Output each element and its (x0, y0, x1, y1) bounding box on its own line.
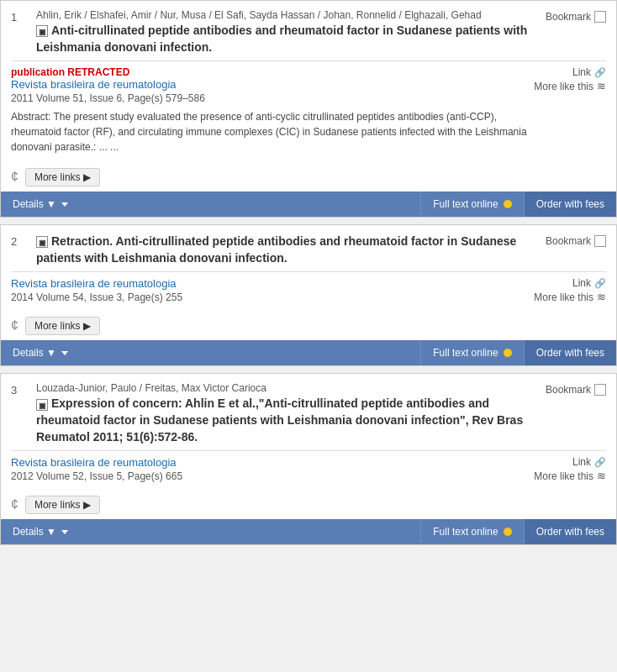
title-text: ▣Expression of concern: Ahlin E et al.,"… (36, 396, 537, 445)
link-row: Link 🔗 (572, 277, 606, 289)
authors-text: Ahlin, Erik / Elshafei, Amir / Nur, Musa… (36, 9, 537, 21)
meta-left: Revista brasileira de reumatologia 2014 … (11, 277, 534, 303)
card-body: 1 Ahlin, Erik / Elshafei, Amir / Nur, Mu… (1, 1, 616, 163)
bookmark-checkbox[interactable] (594, 235, 606, 247)
fulltext-label: Full text online (433, 198, 498, 210)
bookmark-checkbox[interactable] (594, 384, 606, 396)
online-dot-icon (504, 349, 512, 357)
card-footer: Details ▼ Full text online Order with fe… (1, 519, 616, 544)
divider (11, 450, 606, 451)
link-label: Link (572, 277, 591, 289)
meta-left: publication RETRACTED Revista brasileira… (11, 66, 534, 155)
morelike-row: More like this ≋ (534, 80, 606, 92)
meta-row: Revista brasileira de reumatologia 2014 … (11, 277, 606, 303)
details-button[interactable]: Details ▼ (1, 340, 80, 365)
bookmark-col: Bookmark (546, 9, 606, 23)
chevron-down-icon (61, 202, 68, 207)
footer-spacer (80, 192, 420, 217)
result-card-2: 2 ▣Retraction. Anti-citrullinated peptid… (0, 224, 617, 366)
fulltext-label: Full text online (433, 526, 498, 538)
bookmark-col: Bookmark (546, 234, 606, 247)
order-button[interactable]: Order with fees (524, 192, 616, 217)
result-number: 1 (11, 9, 36, 24)
bottom-links: ¢ More links ▶ (1, 312, 616, 340)
meta-right: Link 🔗 More like this ≋ (534, 456, 606, 482)
card-footer: Details ▼ Full text online Order with fe… (1, 192, 616, 217)
title-text: ▣Anti-citrullinated peptide antibodies a… (36, 23, 537, 55)
order-button[interactable]: Order with fees (524, 340, 616, 365)
morelike-icon: ≋ (597, 291, 606, 303)
bottom-links: ¢ More links ▶ (1, 163, 616, 192)
meta-right: Link 🔗 More like this ≋ (534, 66, 606, 92)
details-label: Details ▼ (13, 347, 56, 359)
link-label: Link (572, 456, 591, 468)
bookmark-label: Bookmark (546, 384, 591, 396)
doc-icon: ▣ (36, 236, 48, 248)
morelike-label: More like this (534, 291, 593, 303)
card-footer: Details ▼ Full text online Order with fe… (1, 340, 616, 365)
card-top: 2 ▣Retraction. Anti-citrullinated peptid… (11, 234, 606, 266)
morelike-label: More like this (534, 470, 593, 482)
result-card-1: 1 Ahlin, Erik / Elshafei, Amir / Nur, Mu… (0, 0, 617, 218)
volume-info: 2012 Volume 52, Issue 5, Page(s) 665 (11, 470, 534, 482)
morelike-row: More like this ≋ (534, 470, 606, 482)
card-body: 3 Louzada-Junior, Paulo / Freitas, Max V… (1, 374, 616, 491)
doc-icon: ▣ (36, 25, 48, 37)
title-col: ▣Retraction. Anti-citrullinated peptide … (36, 234, 546, 266)
details-label: Details ▼ (13, 198, 56, 210)
link-row: Link 🔗 (572, 66, 606, 78)
fulltext-button[interactable]: Full text online (420, 192, 523, 217)
fulltext-label: Full text online (433, 347, 498, 359)
fulltext-button[interactable]: Full text online (420, 519, 523, 544)
fulltext-button[interactable]: Full text online (420, 340, 523, 365)
bookmark-label: Bookmark (546, 235, 591, 247)
result-card-3: 3 Louzada-Junior, Paulo / Freitas, Max V… (0, 373, 617, 545)
journal-link[interactable]: Revista brasileira de reumatologia (11, 456, 177, 469)
abstract-text: Abstract: The present study evaluated th… (11, 109, 534, 155)
more-links-button[interactable]: More links ▶ (25, 317, 100, 335)
card-body: 2 ▣Retraction. Anti-citrullinated peptid… (1, 225, 616, 312)
doc-icon: ▣ (36, 399, 48, 411)
more-links-button[interactable]: More links ▶ (25, 168, 100, 186)
journal-link[interactable]: Revista brasileira de reumatologia (11, 277, 177, 290)
card-top: 1 Ahlin, Erik / Elshafei, Amir / Nur, Mu… (11, 9, 606, 55)
online-dot-icon (504, 528, 512, 536)
chevron-down-icon (61, 530, 68, 534)
link-icon: 🔗 (594, 457, 606, 468)
divider (11, 271, 606, 272)
morelike-row: More like this ≋ (534, 291, 606, 303)
currency-icon: ¢ (11, 170, 18, 185)
bookmark-checkbox[interactable] (594, 11, 606, 23)
more-links-button[interactable]: More links ▶ (25, 496, 100, 514)
chevron-down-icon (61, 351, 68, 355)
details-button[interactable]: Details ▼ (1, 519, 80, 544)
authors-text: Louzada-Junior, Paulo / Freitas, Max Vic… (36, 382, 537, 394)
volume-info: 2011 Volume 51, Issue 6, Page(s) 579–586 (11, 92, 534, 104)
link-icon: 🔗 (594, 278, 606, 289)
currency-icon: ¢ (11, 497, 18, 512)
title-text: ▣Retraction. Anti-citrullinated peptide … (36, 234, 537, 266)
order-label: Order with fees (536, 526, 604, 538)
volume-info: 2014 Volume 54, Issue 3, Page(s) 255 (11, 291, 534, 303)
meta-row: publication RETRACTED Revista brasileira… (11, 66, 606, 155)
details-label: Details ▼ (13, 526, 56, 538)
result-number: 2 (11, 234, 36, 248)
divider (11, 60, 606, 61)
journal-link[interactable]: Revista brasileira de reumatologia (11, 78, 177, 91)
link-row: Link 🔗 (572, 456, 606, 468)
link-label: Link (572, 66, 591, 78)
currency-icon: ¢ (11, 318, 18, 333)
card-top: 3 Louzada-Junior, Paulo / Freitas, Max V… (11, 382, 606, 445)
retracted-label: publication RETRACTED (11, 66, 534, 78)
order-label: Order with fees (536, 198, 604, 210)
link-icon: 🔗 (594, 67, 606, 78)
bookmark-col: Bookmark (546, 382, 606, 396)
meta-right: Link 🔗 More like this ≋ (534, 277, 606, 303)
morelike-icon: ≋ (597, 470, 606, 482)
footer-spacer (80, 519, 420, 544)
footer-spacer (80, 340, 420, 365)
bottom-links: ¢ More links ▶ (1, 491, 616, 519)
online-dot-icon (504, 200, 512, 208)
details-button[interactable]: Details ▼ (1, 192, 80, 217)
order-button[interactable]: Order with fees (524, 519, 616, 544)
